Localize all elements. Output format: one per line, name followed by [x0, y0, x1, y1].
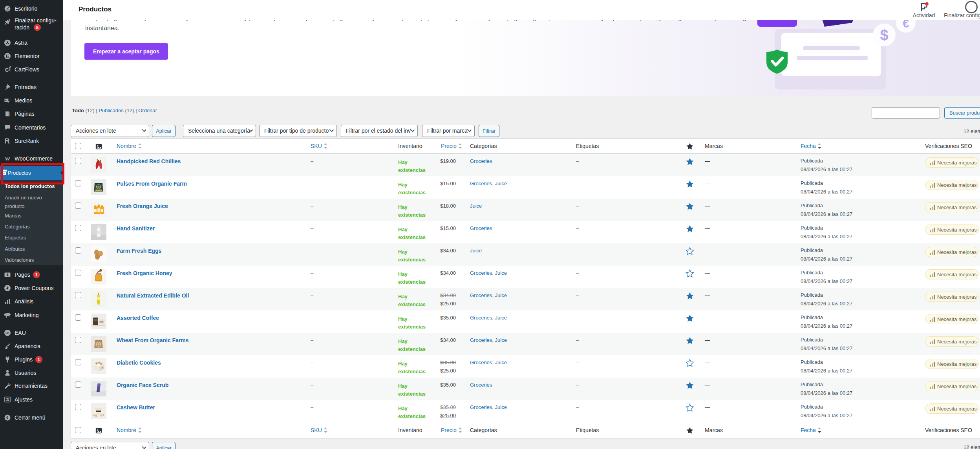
svg-text:w: w — [5, 155, 10, 162]
svg-text:$: $ — [880, 27, 888, 43]
svg-text:UE: UE — [5, 332, 9, 334]
svg-text:f: f — [9, 66, 11, 72]
svg-text:c: c — [5, 66, 9, 73]
